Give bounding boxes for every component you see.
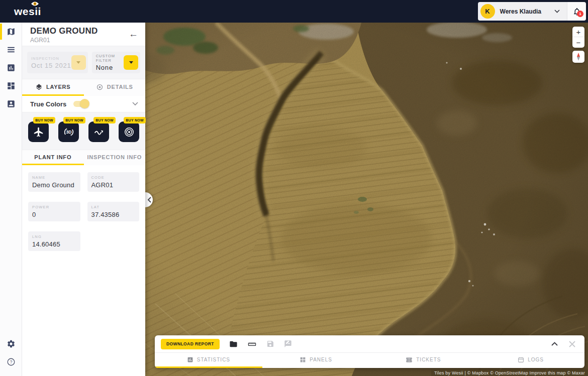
chevron-left-icon — [147, 197, 151, 203]
plant-panel: DEMO GROUND AGR01 ← INSPECTION Oct 15 20… — [22, 23, 145, 376]
tab-details[interactable]: DETAILS — [84, 79, 146, 96]
tab-logs-label: LOGS — [528, 357, 544, 362]
logo-text: wesii — [14, 6, 41, 17]
field-lat: LAT 37.43586 — [87, 202, 140, 221]
notifications-button[interactable]: 1 — [567, 2, 586, 21]
inspection-dropdown[interactable]: INSPECTION Oct 15 2021 — [27, 52, 88, 73]
caret-down-icon — [129, 61, 133, 64]
tab-layers[interactable]: LAYERS — [22, 79, 84, 96]
inspection-dropdown-button[interactable] — [71, 55, 86, 70]
map-canvas[interactable]: + − DOWNLOAD REPORT — [145, 23, 588, 376]
tab-panels[interactable]: PANELS — [262, 353, 370, 368]
help-button[interactable]: ? — [0, 353, 22, 371]
page-title: DEMO GROUND — [30, 26, 138, 36]
map-zoom-controls: + − — [572, 27, 584, 48]
note-icon — [284, 340, 292, 348]
true-colors-toggle[interactable] — [73, 101, 88, 107]
menu-icon — [7, 45, 16, 54]
notification-badge: 1 — [577, 11, 583, 17]
buy-now-badge[interactable]: BUY NOW — [33, 117, 55, 123]
save-button[interactable] — [266, 340, 274, 348]
tab-inspection-info-label: INSPECTION INFO — [87, 154, 142, 160]
caret-down-icon — [76, 61, 80, 64]
chart-icon — [7, 63, 16, 72]
tab-tickets[interactable]: TICKETS — [370, 353, 477, 368]
radar-addon-button[interactable] — [119, 121, 139, 142]
gear-icon — [7, 339, 16, 348]
tab-logs[interactable]: LOGS — [477, 353, 584, 368]
target-icon — [96, 83, 104, 91]
measure-button[interactable] — [247, 340, 257, 348]
layer-name: True Colors — [30, 100, 66, 108]
aerial-terrain — [145, 23, 588, 376]
user-menu[interactable]: K Weres Klaudia — [478, 2, 567, 21]
collapse-button[interactable] — [551, 342, 558, 346]
flight-addon-button[interactable] — [28, 121, 49, 142]
chevron-down-icon[interactable] — [132, 102, 138, 106]
buy-now-badge[interactable]: BUY NOW — [63, 117, 85, 123]
tab-plant-info-label: PLANT INFO — [34, 154, 71, 160]
plant-info-fields: NAME Demo Ground CODE AGR01 POWER 0 LAT … — [22, 165, 145, 258]
icon-rail: ? — [0, 23, 22, 376]
svg-text:3D: 3D — [66, 130, 71, 135]
compass-button[interactable] — [572, 51, 584, 63]
layer-true-colors-row: True Colors — [22, 96, 145, 112]
sidebar-item-statistics[interactable] — [0, 59, 22, 77]
statistics-icon — [187, 356, 193, 363]
folder-icon — [229, 340, 238, 348]
sidebar-item-contacts[interactable] — [0, 95, 22, 113]
chevron-up-icon — [551, 342, 558, 346]
tab-tickets-label: TICKETS — [416, 357, 441, 362]
3d-addon-button[interactable]: 3D — [58, 121, 79, 142]
settings-button[interactable] — [0, 335, 22, 353]
user-name: Weres Klaudia — [500, 8, 541, 15]
radar-icon — [124, 127, 135, 138]
tab-plant-info[interactable]: PLANT INFO — [22, 150, 84, 165]
grid-icon — [7, 81, 16, 90]
panels-icon — [300, 356, 306, 363]
top-bar: wesii K Weres Klaudia 1 — [0, 0, 588, 23]
tab-details-label: DETAILS — [107, 84, 133, 90]
sidebar-item-panels[interactable] — [0, 77, 22, 95]
map-icon — [7, 27, 16, 36]
inspection-value: Oct 15 2021 — [31, 62, 71, 69]
custom-filter-label: CUSTOM FILTER — [96, 54, 124, 63]
notes-button[interactable] — [284, 340, 292, 348]
help-icon: ? — [7, 357, 16, 366]
sidebar-item-list[interactable] — [0, 41, 22, 59]
route-addon-button[interactable] — [88, 121, 109, 142]
layers-icon — [35, 83, 43, 91]
tab-statistics[interactable]: STATISTICS — [155, 353, 262, 368]
wesii-logo[interactable]: wesii — [14, 6, 41, 18]
close-button[interactable] — [569, 341, 575, 347]
logs-icon — [518, 356, 524, 363]
custom-filter-dropdown-button[interactable] — [124, 55, 138, 70]
custom-filter-value: None — [96, 64, 124, 71]
tickets-icon — [406, 356, 413, 363]
chevron-down-icon — [554, 10, 560, 13]
buy-now-badge[interactable]: BUY NOW — [124, 117, 146, 123]
field-power: POWER 0 — [28, 202, 80, 221]
save-icon — [266, 340, 274, 348]
route-icon — [93, 127, 105, 138]
bottom-panel: DOWNLOAD REPORT — [155, 335, 584, 368]
eye-icon — [31, 1, 39, 7]
field-code: CODE AGR01 — [87, 172, 140, 192]
download-report-button[interactable]: DOWNLOAD REPORT — [161, 339, 220, 349]
buy-now-badge[interactable]: BUY NOW — [93, 117, 116, 123]
sidebar-item-map[interactable] — [0, 23, 22, 41]
back-button[interactable]: ← — [129, 29, 138, 39]
zoom-out-button[interactable]: − — [572, 37, 584, 48]
svg-text:?: ? — [10, 360, 13, 364]
airplane-icon — [33, 127, 44, 138]
tab-layers-label: LAYERS — [46, 84, 70, 90]
zoom-in-button[interactable]: + — [572, 27, 584, 37]
tab-inspection-info[interactable]: INSPECTION INFO — [84, 150, 146, 165]
user-card-icon — [7, 99, 16, 108]
custom-filter-dropdown[interactable]: CUSTOM FILTER None — [92, 52, 140, 73]
folder-button[interactable] — [229, 340, 238, 348]
field-lng: LNG 14.60465 — [28, 231, 80, 251]
page-subtitle: AGR01 — [30, 37, 138, 44]
map-attribution[interactable]: Tiles by Wesii | © Mapbox © OpenStreetMa… — [431, 369, 588, 376]
3d-rotation-icon: 3D — [63, 127, 74, 138]
